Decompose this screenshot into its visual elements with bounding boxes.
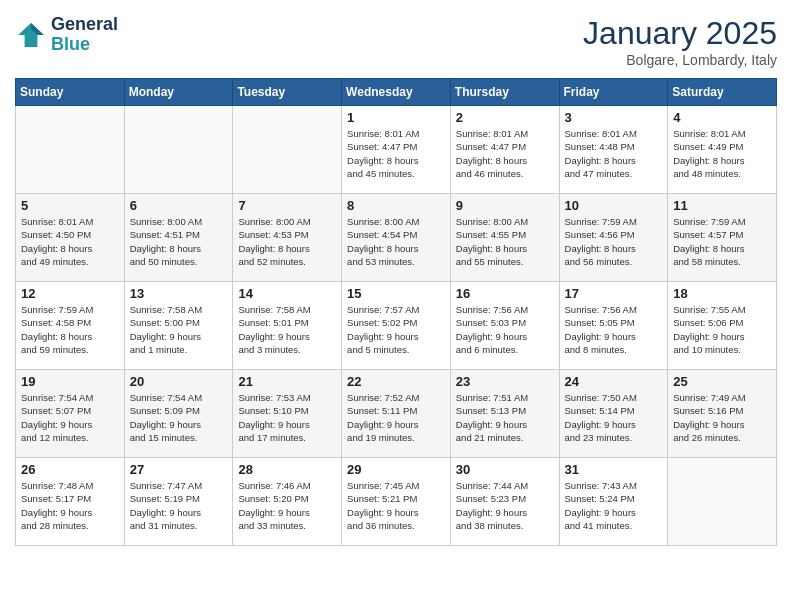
day-number: 25 (673, 374, 771, 389)
calendar-cell: 4Sunrise: 8:01 AM Sunset: 4:49 PM Daylig… (668, 106, 777, 194)
logo: General Blue (15, 15, 118, 55)
week-row-1: 1Sunrise: 8:01 AM Sunset: 4:47 PM Daylig… (16, 106, 777, 194)
day-number: 27 (130, 462, 228, 477)
day-info: Sunrise: 7:56 AM Sunset: 5:03 PM Dayligh… (456, 303, 554, 356)
day-info: Sunrise: 7:54 AM Sunset: 5:09 PM Dayligh… (130, 391, 228, 444)
calendar-cell: 20Sunrise: 7:54 AM Sunset: 5:09 PM Dayli… (124, 370, 233, 458)
day-number: 13 (130, 286, 228, 301)
day-info: Sunrise: 8:01 AM Sunset: 4:47 PM Dayligh… (347, 127, 445, 180)
calendar-cell: 9Sunrise: 8:00 AM Sunset: 4:55 PM Daylig… (450, 194, 559, 282)
day-info: Sunrise: 8:01 AM Sunset: 4:47 PM Dayligh… (456, 127, 554, 180)
day-info: Sunrise: 7:49 AM Sunset: 5:16 PM Dayligh… (673, 391, 771, 444)
calendar-cell: 27Sunrise: 7:47 AM Sunset: 5:19 PM Dayli… (124, 458, 233, 546)
calendar-title: January 2025 (583, 15, 777, 52)
header-day-thursday: Thursday (450, 79, 559, 106)
day-number: 10 (565, 198, 663, 213)
day-info: Sunrise: 7:58 AM Sunset: 5:01 PM Dayligh… (238, 303, 336, 356)
day-number: 24 (565, 374, 663, 389)
day-info: Sunrise: 7:59 AM Sunset: 4:56 PM Dayligh… (565, 215, 663, 268)
calendar-cell: 18Sunrise: 7:55 AM Sunset: 5:06 PM Dayli… (668, 282, 777, 370)
calendar-cell: 3Sunrise: 8:01 AM Sunset: 4:48 PM Daylig… (559, 106, 668, 194)
calendar-cell (124, 106, 233, 194)
day-info: Sunrise: 7:50 AM Sunset: 5:14 PM Dayligh… (565, 391, 663, 444)
calendar-table: SundayMondayTuesdayWednesdayThursdayFrid… (15, 78, 777, 546)
calendar-cell: 6Sunrise: 8:00 AM Sunset: 4:51 PM Daylig… (124, 194, 233, 282)
day-number: 21 (238, 374, 336, 389)
header-day-friday: Friday (559, 79, 668, 106)
day-number: 2 (456, 110, 554, 125)
calendar-body: 1Sunrise: 8:01 AM Sunset: 4:47 PM Daylig… (16, 106, 777, 546)
calendar-cell: 14Sunrise: 7:58 AM Sunset: 5:01 PM Dayli… (233, 282, 342, 370)
calendar-cell: 21Sunrise: 7:53 AM Sunset: 5:10 PM Dayli… (233, 370, 342, 458)
day-number: 28 (238, 462, 336, 477)
calendar-cell: 25Sunrise: 7:49 AM Sunset: 5:16 PM Dayli… (668, 370, 777, 458)
day-number: 30 (456, 462, 554, 477)
day-info: Sunrise: 7:59 AM Sunset: 4:57 PM Dayligh… (673, 215, 771, 268)
day-number: 17 (565, 286, 663, 301)
day-number: 8 (347, 198, 445, 213)
calendar-cell: 22Sunrise: 7:52 AM Sunset: 5:11 PM Dayli… (342, 370, 451, 458)
day-number: 29 (347, 462, 445, 477)
calendar-cell: 8Sunrise: 8:00 AM Sunset: 4:54 PM Daylig… (342, 194, 451, 282)
calendar-cell: 10Sunrise: 7:59 AM Sunset: 4:56 PM Dayli… (559, 194, 668, 282)
header-row: SundayMondayTuesdayWednesdayThursdayFrid… (16, 79, 777, 106)
day-info: Sunrise: 8:01 AM Sunset: 4:49 PM Dayligh… (673, 127, 771, 180)
calendar-cell: 30Sunrise: 7:44 AM Sunset: 5:23 PM Dayli… (450, 458, 559, 546)
day-number: 14 (238, 286, 336, 301)
calendar-cell: 28Sunrise: 7:46 AM Sunset: 5:20 PM Dayli… (233, 458, 342, 546)
day-number: 3 (565, 110, 663, 125)
day-info: Sunrise: 8:00 AM Sunset: 4:53 PM Dayligh… (238, 215, 336, 268)
calendar-cell: 16Sunrise: 7:56 AM Sunset: 5:03 PM Dayli… (450, 282, 559, 370)
calendar-cell: 26Sunrise: 7:48 AM Sunset: 5:17 PM Dayli… (16, 458, 125, 546)
week-row-4: 19Sunrise: 7:54 AM Sunset: 5:07 PM Dayli… (16, 370, 777, 458)
day-number: 11 (673, 198, 771, 213)
header-day-tuesday: Tuesday (233, 79, 342, 106)
day-info: Sunrise: 7:59 AM Sunset: 4:58 PM Dayligh… (21, 303, 119, 356)
day-info: Sunrise: 7:57 AM Sunset: 5:02 PM Dayligh… (347, 303, 445, 356)
page-header: General Blue January 2025 Bolgare, Lomba… (15, 15, 777, 68)
day-info: Sunrise: 7:54 AM Sunset: 5:07 PM Dayligh… (21, 391, 119, 444)
header-day-sunday: Sunday (16, 79, 125, 106)
calendar-cell: 12Sunrise: 7:59 AM Sunset: 4:58 PM Dayli… (16, 282, 125, 370)
calendar-cell (668, 458, 777, 546)
day-info: Sunrise: 7:43 AM Sunset: 5:24 PM Dayligh… (565, 479, 663, 532)
day-info: Sunrise: 7:55 AM Sunset: 5:06 PM Dayligh… (673, 303, 771, 356)
day-info: Sunrise: 7:58 AM Sunset: 5:00 PM Dayligh… (130, 303, 228, 356)
day-number: 19 (21, 374, 119, 389)
day-number: 31 (565, 462, 663, 477)
logo-icon (15, 19, 47, 51)
day-number: 12 (21, 286, 119, 301)
day-info: Sunrise: 8:01 AM Sunset: 4:48 PM Dayligh… (565, 127, 663, 180)
calendar-cell: 29Sunrise: 7:45 AM Sunset: 5:21 PM Dayli… (342, 458, 451, 546)
calendar-cell: 5Sunrise: 8:01 AM Sunset: 4:50 PM Daylig… (16, 194, 125, 282)
calendar-cell: 11Sunrise: 7:59 AM Sunset: 4:57 PM Dayli… (668, 194, 777, 282)
day-info: Sunrise: 8:00 AM Sunset: 4:55 PM Dayligh… (456, 215, 554, 268)
calendar-cell: 15Sunrise: 7:57 AM Sunset: 5:02 PM Dayli… (342, 282, 451, 370)
calendar-cell: 1Sunrise: 8:01 AM Sunset: 4:47 PM Daylig… (342, 106, 451, 194)
calendar-cell (16, 106, 125, 194)
week-row-3: 12Sunrise: 7:59 AM Sunset: 4:58 PM Dayli… (16, 282, 777, 370)
day-number: 20 (130, 374, 228, 389)
day-number: 6 (130, 198, 228, 213)
day-number: 9 (456, 198, 554, 213)
calendar-cell: 2Sunrise: 8:01 AM Sunset: 4:47 PM Daylig… (450, 106, 559, 194)
calendar-cell (233, 106, 342, 194)
day-info: Sunrise: 7:52 AM Sunset: 5:11 PM Dayligh… (347, 391, 445, 444)
day-info: Sunrise: 8:01 AM Sunset: 4:50 PM Dayligh… (21, 215, 119, 268)
day-number: 16 (456, 286, 554, 301)
day-info: Sunrise: 7:44 AM Sunset: 5:23 PM Dayligh… (456, 479, 554, 532)
calendar-header: SundayMondayTuesdayWednesdayThursdayFrid… (16, 79, 777, 106)
title-block: January 2025 Bolgare, Lombardy, Italy (583, 15, 777, 68)
calendar-cell: 23Sunrise: 7:51 AM Sunset: 5:13 PM Dayli… (450, 370, 559, 458)
day-info: Sunrise: 7:45 AM Sunset: 5:21 PM Dayligh… (347, 479, 445, 532)
calendar-cell: 13Sunrise: 7:58 AM Sunset: 5:00 PM Dayli… (124, 282, 233, 370)
week-row-2: 5Sunrise: 8:01 AM Sunset: 4:50 PM Daylig… (16, 194, 777, 282)
header-day-saturday: Saturday (668, 79, 777, 106)
day-info: Sunrise: 7:51 AM Sunset: 5:13 PM Dayligh… (456, 391, 554, 444)
day-number: 23 (456, 374, 554, 389)
day-number: 15 (347, 286, 445, 301)
header-day-monday: Monday (124, 79, 233, 106)
calendar-cell: 31Sunrise: 7:43 AM Sunset: 5:24 PM Dayli… (559, 458, 668, 546)
week-row-5: 26Sunrise: 7:48 AM Sunset: 5:17 PM Dayli… (16, 458, 777, 546)
day-info: Sunrise: 8:00 AM Sunset: 4:51 PM Dayligh… (130, 215, 228, 268)
